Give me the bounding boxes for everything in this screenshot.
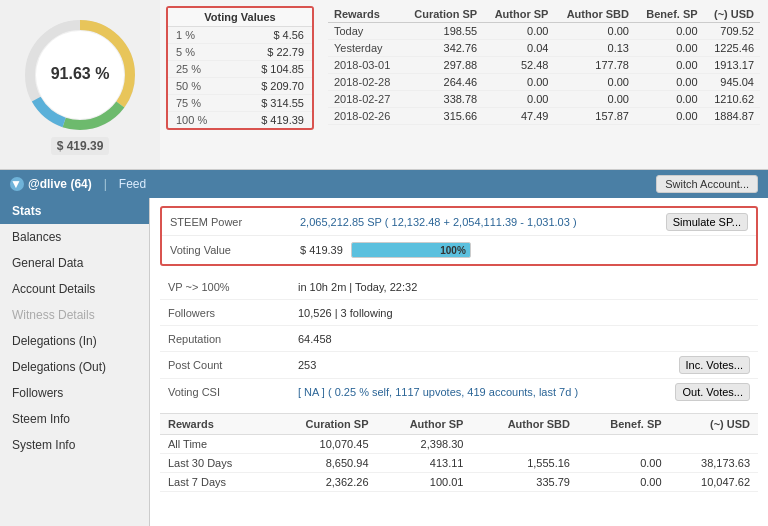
- rewards-bottom-row: Last 30 Days8,650.94413.111,555.160.0038…: [160, 454, 758, 473]
- rewards-top-col-header: Curation SP: [402, 6, 483, 23]
- switch-account-button[interactable]: Switch Account...: [656, 175, 758, 193]
- gauge-area: 91.63 % $ 419.39: [0, 0, 160, 169]
- rewards-bottom-cell: 1,555.16: [471, 454, 578, 473]
- nav-feed-link[interactable]: Feed: [119, 177, 146, 191]
- regular-rows-container: VP ~> 100%in 10h 2m | Today, 22:32Follow…: [160, 274, 758, 405]
- rewards-bottom-cell: 100.01: [377, 473, 472, 492]
- vv-pct: 25 %: [176, 63, 201, 75]
- app-container: 91.63 % $ 419.39 Voting Values 1 %$ 4.56…: [0, 0, 768, 526]
- rewards-bottom-row: Last 7 Days2,362.26100.01335.790.0010,04…: [160, 473, 758, 492]
- rewards-top-row: 2018-02-28264.460.000.000.00945.04: [328, 74, 760, 91]
- rewards-top-col-header: Author SP: [483, 6, 554, 23]
- stats-highlighted-box: STEEM Power 2,065,212.85 SP ( 12,132.48 …: [160, 206, 758, 266]
- rewards-bottom-cell: Last 7 Days: [160, 473, 269, 492]
- rewards-top-cell: 0.00: [554, 91, 635, 108]
- vv-pct: 1 %: [176, 29, 195, 41]
- rewards-bottom-header-row: RewardsCuration SPAuthor SPAuthor SBDBen…: [160, 414, 758, 435]
- rewards-top-cell: 1225.46: [704, 40, 760, 57]
- main-content: StatsBalancesGeneral DataAccount Details…: [0, 198, 768, 526]
- action-button-inc--votes---[interactable]: Inc. Votes...: [679, 356, 750, 374]
- voting-bar: 100%: [351, 242, 471, 258]
- nav-user: ▼ @dlive (64): [10, 177, 92, 191]
- voting-values-panel: Voting Values 1 %$ 4.565 %$ 22.7925 %$ 1…: [160, 0, 320, 169]
- voting-value-row: 100 %$ 419.39: [168, 112, 312, 128]
- stat-value: 10,526 | 3 following: [298, 307, 750, 319]
- stat-row: Voting CSI[ NA ] ( 0.25 % self, 1117 upv…: [160, 379, 758, 405]
- rewards-top-cell: Today: [328, 23, 402, 40]
- rewards-top-cell: 338.78: [402, 91, 483, 108]
- gauge-circle: 91.63 %: [20, 15, 140, 135]
- rewards-top-cell: 264.46: [402, 74, 483, 91]
- rewards-top-body: Today198.550.000.000.00709.52Yesterday34…: [328, 23, 760, 125]
- rewards-top-cell: 0.04: [483, 40, 554, 57]
- nav-username: @dlive (64): [28, 177, 92, 191]
- rewards-top-area: RewardsCuration SPAuthor SPAuthor SBDBen…: [320, 0, 768, 169]
- rewards-top-cell: 297.88: [402, 57, 483, 74]
- rewards-top-cell: 0.00: [635, 40, 704, 57]
- vv-pct: 50 %: [176, 80, 201, 92]
- rewards-top-cell: 709.52: [704, 23, 760, 40]
- stat-row: Post Count253Inc. Votes...: [160, 352, 758, 379]
- vv-val: $ 209.70: [261, 80, 304, 92]
- rewards-bottom-cell: 2,398.30: [377, 435, 472, 454]
- nav-separator: |: [104, 177, 107, 191]
- rewards-top-cell: 1913.17: [704, 57, 760, 74]
- steem-power-row: STEEM Power 2,065,212.85 SP ( 12,132.48 …: [162, 208, 756, 236]
- vv-pct: 100 %: [176, 114, 207, 126]
- gauge-percent: 91.63 %: [51, 65, 110, 83]
- user-icon: ▼: [10, 177, 24, 191]
- rewards-top-cell: 0.00: [483, 91, 554, 108]
- rewards-bottom-cell: Last 30 Days: [160, 454, 269, 473]
- voting-values-rows: 1 %$ 4.565 %$ 22.7925 %$ 104.8550 %$ 209…: [168, 27, 312, 128]
- rewards-bottom-col-header: (~) USD: [670, 414, 758, 435]
- rewards-top-cell: 0.00: [635, 74, 704, 91]
- rewards-bottom-cell: 10,070.45: [269, 435, 376, 454]
- rewards-top-cell: Yesterday: [328, 40, 402, 57]
- rewards-top-row: Today198.550.000.000.00709.52: [328, 23, 760, 40]
- rewards-bottom-section: RewardsCuration SPAuthor SPAuthor SBDBen…: [160, 413, 758, 492]
- rewards-top-cell: 198.55: [402, 23, 483, 40]
- voting-values-header: Voting Values: [168, 8, 312, 27]
- rewards-top-cell: 0.00: [483, 23, 554, 40]
- rewards-bottom-cell: [670, 435, 758, 454]
- rewards-top-cell: 2018-02-26: [328, 108, 402, 125]
- sidebar-item-followers[interactable]: Followers: [0, 380, 149, 406]
- sidebar-item-system-info[interactable]: System Info: [0, 432, 149, 458]
- rewards-bottom-col-header: Author SBD: [471, 414, 578, 435]
- rewards-top-cell: 47.49: [483, 108, 554, 125]
- sidebar-item-general-data[interactable]: General Data: [0, 250, 149, 276]
- sidebar-item-steem-info[interactable]: Steem Info: [0, 406, 149, 432]
- rewards-top-col-header: (~) USD: [704, 6, 760, 23]
- sidebar-item-stats[interactable]: Stats: [0, 198, 149, 224]
- rewards-bottom-col-header: Author SP: [377, 414, 472, 435]
- simulate-sp-button[interactable]: Simulate SP...: [666, 213, 748, 231]
- rewards-top-cell: 0.13: [554, 40, 635, 57]
- rewards-top-cell: 342.76: [402, 40, 483, 57]
- voting-values-box: Voting Values 1 %$ 4.565 %$ 22.7925 %$ 1…: [166, 6, 314, 130]
- sidebar-item-account-details[interactable]: Account Details: [0, 276, 149, 302]
- sidebar-item-balances[interactable]: Balances: [0, 224, 149, 250]
- rewards-bottom-col-header: Benef. SP: [578, 414, 670, 435]
- sidebar-item-delegations-out[interactable]: Delegations (Out): [0, 354, 149, 380]
- voting-value-amount: $ 419.39: [300, 244, 343, 256]
- action-button-out--votes---[interactable]: Out. Votes...: [675, 383, 750, 401]
- rewards-top-row: 2018-02-27338.780.000.000.001210.62: [328, 91, 760, 108]
- voting-value-row: Voting Value $ 419.39 100%: [162, 236, 756, 264]
- vv-pct: 75 %: [176, 97, 201, 109]
- rewards-top-cell: 0.00: [554, 23, 635, 40]
- rewards-bottom-body: All Time10,070.452,398.30Last 30 Days8,6…: [160, 435, 758, 492]
- rewards-top-col-header: Author SBD: [554, 6, 635, 23]
- stat-label: VP ~> 100%: [168, 281, 298, 293]
- vv-val: $ 22.79: [267, 46, 304, 58]
- sidebar-item-delegations-in[interactable]: Delegations (In): [0, 328, 149, 354]
- rewards-bottom-cell: 0.00: [578, 473, 670, 492]
- rewards-top-cell: 0.00: [635, 91, 704, 108]
- stat-label: Voting CSI: [168, 386, 298, 398]
- sidebar-items-container: StatsBalancesGeneral DataAccount Details…: [0, 198, 149, 458]
- stat-row: Reputation64.458: [160, 326, 758, 352]
- voting-value-label: Voting Value: [170, 244, 300, 256]
- rewards-top-table: RewardsCuration SPAuthor SPAuthor SBDBen…: [328, 6, 760, 125]
- voting-value-row: 1 %$ 4.56: [168, 27, 312, 44]
- rewards-bottom-cell: 38,173.63: [670, 454, 758, 473]
- rewards-bottom-cell: 2,362.26: [269, 473, 376, 492]
